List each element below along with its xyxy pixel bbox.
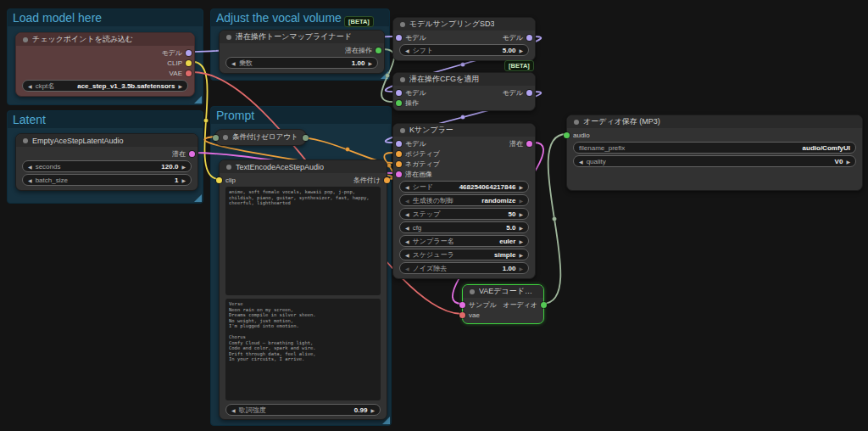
collapse-toggle-icon[interactable] — [226, 165, 231, 170]
node-header[interactable]: VAEデコード… — [463, 285, 543, 298]
increment-arrow[interactable]: ▶ — [519, 225, 523, 231]
潜在画像-port[interactable] — [396, 171, 402, 177]
increment-arrow[interactable]: ▶ — [181, 164, 186, 170]
node-empty-ace-step-latent-audio[interactable]: EmptyAceStepLatentAudio 潜在 ◀seconds120.0… — [15, 133, 198, 191]
collapse-toggle-icon[interactable] — [470, 289, 475, 294]
操作-port[interactable] — [396, 100, 402, 106]
モデル-port[interactable] — [396, 90, 402, 96]
オーディオ-port[interactable] — [541, 302, 547, 308]
collapse-toggle-icon[interactable] — [226, 35, 231, 40]
decrement-arrow[interactable]: ◀ — [405, 225, 409, 231]
node-latent-apply-cfg[interactable]: 潜在操作CFGを適用 モデル操作 モデル — [392, 72, 536, 111]
VAE-port[interactable] — [186, 70, 192, 76]
widget-歌詞強度[interactable]: ◀歌詞強度0.99▶ — [225, 404, 381, 416]
collapsed-output-port[interactable] — [303, 135, 309, 141]
node-header[interactable]: モデルサンプリングSD3 — [393, 18, 535, 31]
decrement-arrow[interactable]: ◀ — [28, 83, 32, 89]
comfyui-graph-canvas[interactable]: Load model here Latent Adjust the vocal … — [0, 0, 868, 431]
collapse-toggle-icon[interactable] — [400, 128, 405, 133]
decrement-arrow[interactable]: ◀ — [405, 266, 409, 271]
collapse-toggle-icon[interactable] — [23, 37, 28, 42]
widget-生成後の制御[interactable]: ◀生成後の制御randomize▶ — [399, 194, 529, 206]
ネガティブ-port[interactable] — [396, 161, 402, 167]
CLIP-port[interactable] — [186, 60, 192, 66]
increment-arrow[interactable]: ▶ — [181, 177, 186, 183]
node-conditioning-zero-out-collapsed[interactable]: 条件付けゼロアウト — [214, 129, 307, 146]
モデル-port[interactable] — [396, 141, 402, 147]
条件付け-port[interactable] — [384, 177, 390, 183]
output-slot-潜在操作: 潜在操作 — [345, 45, 378, 55]
widget-シフト[interactable]: ◀シフト5.00▶ — [399, 44, 529, 56]
increment-arrow[interactable]: ▶ — [370, 407, 375, 413]
node-save-audio-mp3[interactable]: オーディオ保存 (MP3) audio filename_prefixaudio… — [566, 115, 863, 191]
widget-乗数[interactable]: ◀乗数1.00▶ — [225, 57, 378, 69]
node-header[interactable]: TextEncodeAceStepAudio — [220, 160, 387, 173]
collapse-toggle-icon[interactable] — [400, 22, 405, 27]
decrement-arrow[interactable]: ◀ — [405, 211, 409, 217]
decrement-arrow[interactable]: ◀ — [231, 60, 236, 66]
decrement-arrow[interactable]: ◀ — [405, 252, 409, 258]
decrement-arrow[interactable]: ◀ — [28, 164, 32, 170]
decrement-arrow[interactable]: ◀ — [231, 407, 236, 413]
increment-arrow[interactable]: ▶ — [519, 184, 523, 190]
widget-ステップ[interactable]: ◀ステップ50▶ — [399, 208, 529, 220]
node-load-checkpoint[interactable]: チェックポイントを読み込む モデルCLIPVAE ◀ckpt名ace_step_… — [15, 32, 195, 97]
collapse-toggle-icon[interactable] — [223, 135, 228, 140]
潜在-port[interactable] — [189, 151, 195, 157]
widget-シード[interactable]: ◀シード468254064217846▶ — [399, 181, 529, 193]
widget-filename_prefix[interactable]: filename_prefixaudio/ComfyUI — [573, 142, 856, 154]
潜在-port[interactable] — [526, 141, 532, 147]
node-model-sampling-sd3[interactable]: モデルサンプリングSD3 モデル モデル ◀シフト5.00▶ — [392, 17, 536, 61]
audio-port[interactable] — [564, 132, 570, 138]
decrement-arrow[interactable]: ◀ — [405, 184, 409, 190]
decrement-arrow[interactable]: ◀ — [579, 159, 583, 165]
collapsed-input-port[interactable] — [213, 135, 219, 141]
widget-ckpt名[interactable]: ◀ckpt名ace_step_v1_3.5b.safetensors▶ — [22, 80, 188, 92]
node-title: EmptyAceStepLatentAudio — [32, 137, 124, 145]
increment-arrow[interactable]: ▶ — [178, 83, 182, 89]
decrement-arrow[interactable]: ◀ — [405, 48, 409, 53]
increment-arrow[interactable]: ▶ — [846, 159, 850, 165]
widget-quality[interactable]: ◀qualityV0▶ — [573, 155, 856, 167]
node-ksampler[interactable]: Kサンプラー モデルポジティブネガティブ潜在画像 潜在 ◀シード46825406… — [392, 123, 536, 279]
increment-arrow[interactable]: ▶ — [519, 48, 523, 53]
tags-textarea[interactable]: anime, soft female vocals, kawaii pop, j… — [225, 187, 381, 295]
collapse-toggle-icon[interactable] — [574, 120, 579, 125]
vae-port[interactable] — [459, 312, 465, 318]
collapse-toggle-icon[interactable] — [400, 77, 405, 82]
node-vae-decode[interactable]: VAEデコード… サンプルvae オーディオ — [462, 284, 544, 324]
collapse-toggle-icon[interactable] — [23, 138, 28, 143]
node-header[interactable]: チェックポイントを読み込む — [16, 33, 194, 46]
clip-port[interactable] — [216, 177, 222, 183]
widget-スケジューラ[interactable]: ◀スケジューラsimple▶ — [399, 249, 529, 260]
モデル-port[interactable] — [526, 90, 532, 96]
モデル-port[interactable] — [526, 35, 532, 41]
モデル-port[interactable] — [396, 35, 402, 41]
node-header[interactable]: 潜在操作トーンマップライナード — [220, 31, 384, 43]
サンプル-port[interactable] — [459, 302, 465, 308]
widget-seconds[interactable]: ◀seconds120.0▶ — [22, 160, 192, 172]
node-header[interactable]: 潜在操作CFGを適用 — [393, 73, 535, 86]
潜在操作-port[interactable] — [376, 48, 381, 53]
decrement-arrow[interactable]: ◀ — [405, 238, 409, 244]
increment-arrow[interactable]: ▶ — [368, 60, 372, 66]
widget-batch_size[interactable]: ◀batch_size1▶ — [22, 174, 192, 186]
increment-arrow[interactable]: ▶ — [519, 252, 523, 258]
ポジティブ-port[interactable] — [396, 151, 402, 157]
widget-サンプラー名[interactable]: ◀サンプラー名euler▶ — [399, 235, 529, 247]
widget-ノイズ除去[interactable]: ◀ノイズ除去1.00▶ — [399, 262, 529, 274]
lyrics-textarea[interactable]: Verse Neon rain on my screen, Dreams com… — [225, 299, 381, 400]
node-header[interactable]: EmptyAceStepLatentAudio — [16, 134, 198, 147]
increment-arrow[interactable]: ▶ — [519, 266, 523, 271]
node-header[interactable]: オーディオ保存 (MP3) — [567, 115, 862, 128]
increment-arrow[interactable]: ▶ — [519, 198, 523, 204]
モデル-port[interactable] — [186, 50, 192, 56]
node-text-encode-ace-step-audio[interactable]: TextEncodeAceStepAudio clip 条件付け anime, … — [219, 160, 387, 420]
increment-arrow[interactable]: ▶ — [519, 238, 523, 244]
node-latent-operation-tonemap[interactable]: 潜在操作トーンマップライナード 潜在操作 ◀乗数1.00▶ — [219, 30, 385, 74]
widget-cfg[interactable]: ◀cfg5.0▶ — [399, 221, 529, 233]
decrement-arrow[interactable]: ◀ — [28, 177, 32, 183]
decrement-arrow[interactable]: ◀ — [405, 198, 409, 204]
increment-arrow[interactable]: ▶ — [519, 211, 523, 217]
node-header[interactable]: Kサンプラー — [393, 124, 535, 137]
